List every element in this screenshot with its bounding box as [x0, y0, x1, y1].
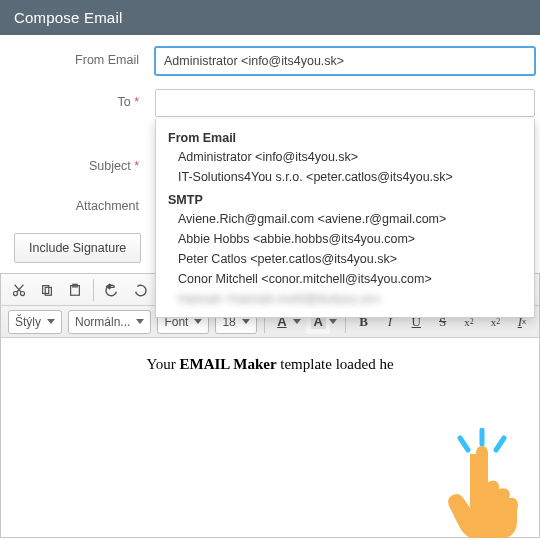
dropdown-option-blurred[interactable]: Hannah <hannah.mohl@its4you.sn>: [156, 289, 534, 309]
dropdown-option[interactable]: Administrator <info@its4you.sk>: [156, 147, 534, 167]
label-subject: Subject *: [0, 153, 155, 179]
include-signature-button[interactable]: Include Signature: [14, 233, 141, 263]
label-attachment: Attachment: [0, 193, 155, 219]
window-title: Compose Email: [0, 0, 540, 35]
undo-icon[interactable]: [99, 278, 125, 302]
copy-icon[interactable]: [34, 278, 60, 302]
combo-styles[interactable]: Štýly: [8, 310, 62, 334]
cut-icon[interactable]: [6, 278, 32, 302]
chevron-down-icon: [242, 319, 250, 324]
label-from-email: From Email: [0, 47, 155, 73]
combo-format[interactable]: Normáln...: [68, 310, 151, 334]
chevron-down-icon: [47, 319, 55, 324]
chevron-down-icon: [194, 319, 202, 324]
from-email-select[interactable]: Administrator <info@its4you.sk>: [155, 47, 535, 75]
dropdown-option[interactable]: Aviene.Rich@gmail.com <aviene.r@gmail.co…: [156, 209, 534, 229]
to-input[interactable]: [155, 89, 535, 117]
chevron-down-icon[interactable]: [293, 319, 301, 324]
dropdown-option[interactable]: Conor Mitchell <conor.mitchell@its4you.c…: [156, 269, 534, 289]
label-to: To *: [0, 89, 155, 115]
dropdown-group-header: SMTP: [156, 187, 534, 209]
required-marker: *: [134, 159, 139, 173]
body-text: Your: [146, 356, 179, 372]
from-email-dropdown: From Email Administrator <info@its4you.s…: [155, 119, 535, 318]
compose-form: From Email Administrator <info@its4you.s…: [0, 35, 540, 263]
required-marker: *: [134, 95, 139, 109]
dropdown-option[interactable]: IT-Solutions4You s.r.o. <peter.catlos@it…: [156, 167, 534, 187]
chevron-down-icon: [136, 319, 144, 324]
redo-icon[interactable]: [127, 278, 153, 302]
dropdown-group-header: From Email: [156, 125, 534, 147]
body-text-bold: EMAIL Maker: [179, 356, 276, 372]
paste-icon[interactable]: [62, 278, 88, 302]
editor-body[interactable]: Your EMAIL Maker template loaded he: [0, 338, 540, 538]
dropdown-option[interactable]: Abbie Hobbs <abbie.hobbs@its4you.com>: [156, 229, 534, 249]
body-text: template loaded he: [277, 356, 394, 372]
chevron-down-icon[interactable]: [329, 319, 337, 324]
dropdown-option[interactable]: Peter Catlos <peter.catlos@its4you.sk>: [156, 249, 534, 269]
